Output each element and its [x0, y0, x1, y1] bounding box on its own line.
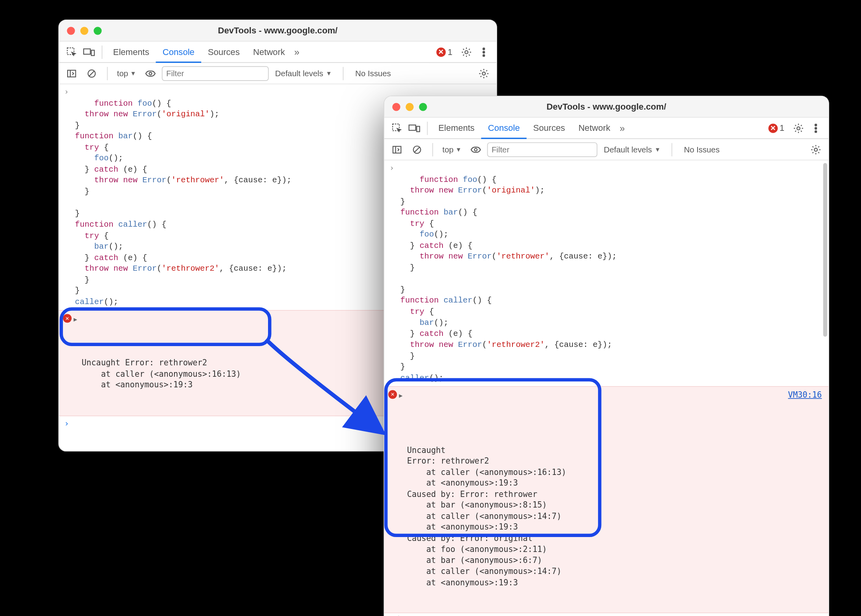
filter-input[interactable]: [486, 142, 597, 157]
console-toolbar: top ▼ Default levels ▼ No Issues: [59, 63, 496, 84]
context-selector[interactable]: top ▼: [114, 67, 139, 79]
more-tabs-icon[interactable]: »: [617, 123, 627, 133]
svg-point-12: [482, 72, 485, 75]
maximize-icon[interactable]: [94, 26, 101, 34]
kebab-icon[interactable]: [476, 44, 491, 59]
tab-console[interactable]: Console: [481, 117, 526, 139]
context-selector[interactable]: top ▼: [439, 143, 464, 156]
source-link[interactable]: VM30:16: [788, 389, 822, 400]
more-tabs-icon[interactable]: »: [292, 46, 302, 57]
chevron-right-icon: ›: [64, 418, 69, 428]
close-icon[interactable]: [67, 26, 75, 34]
svg-point-24: [474, 148, 477, 151]
error-count: 1: [779, 123, 784, 133]
device-toolbar-icon[interactable]: [81, 44, 96, 59]
svg-point-17: [815, 124, 817, 126]
tab-elements[interactable]: Elements: [431, 117, 481, 139]
chevron-right-icon: ›: [389, 163, 394, 174]
inspect-icon[interactable]: [389, 121, 404, 135]
tab-elements[interactable]: Elements: [106, 41, 156, 62]
svg-point-11: [149, 72, 151, 75]
log-levels-selector[interactable]: Default levels ▼: [271, 69, 336, 78]
error-message-row[interactable]: ✕ ▶ VM30:16 Uncaught Error: rethrower2 a…: [384, 386, 828, 613]
error-count: 1: [447, 47, 452, 57]
svg-rect-15: [417, 126, 420, 132]
tab-network[interactable]: Network: [571, 117, 617, 139]
gear-icon[interactable]: [808, 142, 823, 157]
svg-line-10: [89, 71, 94, 76]
error-icon: ✕: [388, 390, 397, 399]
error-icon: ✕: [436, 47, 446, 57]
svg-point-16: [797, 126, 800, 130]
devtools-window-after: DevTools - www.google.com/ Elements Cons…: [384, 95, 829, 616]
close-icon[interactable]: [392, 103, 400, 110]
svg-point-25: [814, 148, 817, 151]
scrollbar-thumb[interactable]: [823, 163, 827, 337]
clear-console-icon[interactable]: [84, 66, 99, 81]
svg-point-4: [483, 48, 485, 50]
device-toolbar-icon[interactable]: [407, 121, 421, 135]
gear-icon[interactable]: [791, 121, 806, 135]
error-icon: ✕: [768, 123, 777, 133]
issues-button[interactable]: No Issues: [678, 145, 725, 154]
sidebar-toggle-icon[interactable]: [389, 142, 404, 157]
svg-rect-2: [91, 50, 94, 55]
sidebar-toggle-icon[interactable]: [64, 66, 79, 81]
error-count-badge[interactable]: ✕ 1: [436, 47, 452, 57]
log-levels-selector[interactable]: Default levels ▼: [600, 145, 665, 154]
live-expression-icon[interactable]: [143, 66, 157, 81]
maximize-icon[interactable]: [419, 103, 427, 110]
filter-input[interactable]: [162, 66, 268, 81]
tab-sources[interactable]: Sources: [201, 41, 246, 62]
error-count-badge[interactable]: ✕ 1: [768, 123, 784, 133]
console-toolbar: top ▼ Default levels ▼ No Issues: [384, 139, 828, 160]
svg-point-3: [465, 50, 468, 53]
titlebar[interactable]: DevTools - www.google.com/: [59, 20, 496, 41]
expand-icon[interactable]: ▶: [73, 314, 77, 325]
kebab-icon[interactable]: [808, 121, 823, 135]
console-prompt[interactable]: ›: [384, 613, 828, 616]
svg-rect-14: [409, 125, 415, 130]
error-icon: ✕: [63, 314, 72, 323]
tab-sources[interactable]: Sources: [526, 117, 571, 139]
window-title: DevTools - www.google.com/: [59, 26, 496, 36]
gear-icon[interactable]: [459, 44, 474, 59]
window-title: DevTools - www.google.com/: [384, 102, 828, 112]
svg-point-18: [815, 127, 817, 129]
minimize-icon[interactable]: [80, 26, 88, 34]
svg-point-6: [483, 54, 485, 56]
console-input-echo: ›function foo() { throw new Error('origi…: [384, 160, 828, 386]
svg-point-19: [815, 130, 817, 132]
svg-rect-1: [83, 49, 90, 54]
issues-button[interactable]: No Issues: [350, 69, 396, 78]
svg-line-23: [414, 147, 420, 152]
clear-console-icon[interactable]: [409, 142, 424, 157]
inspect-icon[interactable]: [64, 44, 79, 59]
svg-point-5: [483, 51, 485, 53]
minimize-icon[interactable]: [406, 103, 413, 110]
main-tab-bar: Elements Console Sources Network » ✕ 1: [59, 42, 496, 63]
tab-console[interactable]: Console: [156, 42, 201, 63]
titlebar[interactable]: DevTools - www.google.com/: [384, 96, 828, 117]
gear-icon[interactable]: [476, 66, 491, 81]
main-tab-bar: Elements Console Sources Network » ✕ 1: [384, 117, 828, 139]
tab-network[interactable]: Network: [246, 41, 291, 62]
expand-icon[interactable]: ▶: [399, 390, 402, 401]
chevron-right-icon: ›: [64, 87, 68, 98]
live-expression-icon[interactable]: [468, 142, 483, 157]
